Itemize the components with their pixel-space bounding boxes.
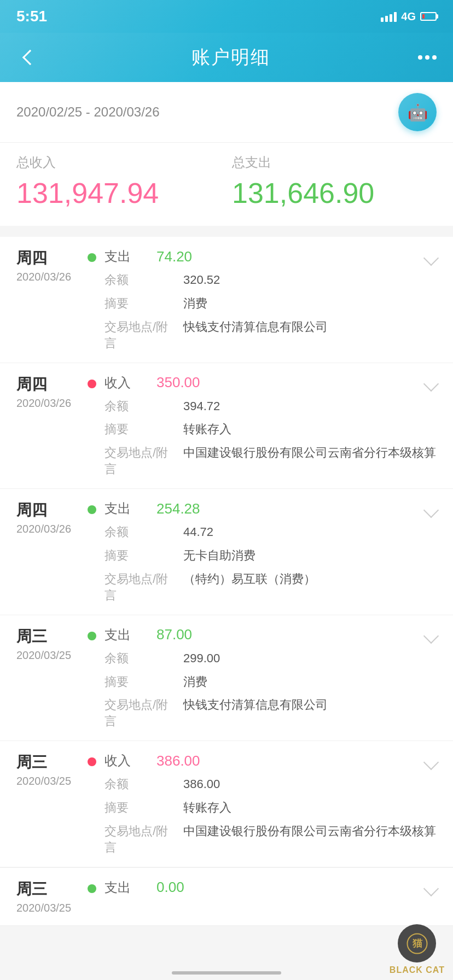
expand-chevron-icon[interactable] xyxy=(423,376,439,392)
status-icons: 4G xyxy=(381,10,437,23)
day-name: 周四 xyxy=(16,374,77,395)
balance-label: 余额 xyxy=(88,524,175,540)
balance-row: 余额 299.00 xyxy=(88,650,437,667)
transaction-amount: 254.28 xyxy=(156,500,200,517)
black-cat-logo: 猫 xyxy=(398,924,436,962)
summary-row: 摘要 转账存入 xyxy=(88,421,437,438)
transaction-dot-icon xyxy=(88,505,96,514)
location-row: 交易地点/附言 中国建设银行股份有限公司云南省分行本级核算 xyxy=(88,823,437,856)
location-value: 中国建设银行股份有限公司云南省分行本级核算 xyxy=(183,445,437,462)
summary-row: 摘要 消费 xyxy=(88,295,437,312)
summary-label: 摘要 xyxy=(88,295,175,312)
battery-icon xyxy=(420,12,437,21)
svg-text:猫: 猫 xyxy=(411,938,422,949)
income-summary: 总收入 131,947.94 xyxy=(16,154,221,209)
day-name: 周四 xyxy=(16,248,77,269)
expand-chevron-icon[interactable] xyxy=(423,250,439,265)
location-value: 快钱支付清算信息有限公司 xyxy=(183,319,437,336)
transaction-date-col: 周三 2020/03/25 xyxy=(16,626,77,730)
location-value: 快钱支付清算信息有限公司 xyxy=(183,697,437,714)
transaction-header-left: 支出 254.28 xyxy=(88,500,200,517)
location-label: 交易地点/附言 xyxy=(88,697,175,730)
transaction-amount: 350.00 xyxy=(156,374,200,391)
summary-value: 转账存入 xyxy=(183,421,437,438)
partial-transaction: 周三 2020/03/25 支出 0.00 xyxy=(0,867,453,926)
black-cat-watermark: 猫 BLACK CAT xyxy=(355,919,453,980)
summary-label: 摘要 xyxy=(88,547,175,564)
transaction-dot-green-icon xyxy=(88,884,96,893)
balance-value: 320.52 xyxy=(183,272,437,289)
transaction-details: 支出 254.28 余额 44.72 摘要 无卡自助消费 交易地点/附言 （特约… xyxy=(88,500,437,604)
expense-summary: 总支出 131,646.90 xyxy=(232,154,437,209)
transaction-header-left: 支出 0.00 xyxy=(88,879,184,896)
transaction-header-left: 支出 87.00 xyxy=(88,626,192,644)
location-row: 交易地点/附言 （特约）易互联（消费） xyxy=(88,571,437,604)
transaction-dot-icon xyxy=(88,757,96,766)
balance-value: 394.72 xyxy=(183,398,437,415)
day-name: 周三 xyxy=(16,879,77,900)
summary-section: 总收入 131,947.94 总支出 131,646.90 xyxy=(0,143,453,226)
transaction-dot-icon xyxy=(88,632,96,640)
home-indicator xyxy=(172,971,281,975)
income-amount: 131,947.94 xyxy=(16,177,221,209)
location-label: 交易地点/附言 xyxy=(88,571,175,604)
balance-value: 299.00 xyxy=(183,650,437,667)
transaction-header-row: 支出 0.00 xyxy=(88,879,437,896)
more-dot-icon xyxy=(432,55,437,60)
expand-chevron-icon[interactable] xyxy=(423,755,439,770)
signal-bars-icon xyxy=(381,11,397,22)
transactions-list: 周四 2020/03/26 支出 74.20 余额 320.52 摘要 消费 xyxy=(0,237,453,867)
summary-row: 摘要 消费 xyxy=(88,674,437,691)
robot-button[interactable]: 🤖 xyxy=(398,93,437,131)
transaction-type: 支出 xyxy=(104,879,148,896)
balance-label: 余额 xyxy=(88,650,175,667)
status-time: 5:51 xyxy=(16,8,47,25)
transaction-date: 2020/03/26 xyxy=(16,271,77,283)
location-label: 交易地点/附言 xyxy=(88,823,175,856)
date-range-bar: 2020/02/25 - 2020/03/26 🤖 xyxy=(0,82,453,143)
transaction-type: 支出 xyxy=(104,248,148,265)
transaction-amount: 74.20 xyxy=(156,248,192,265)
transaction-details: 收入 350.00 余额 394.72 摘要 转账存入 交易地点/附言 中国建设… xyxy=(88,374,437,478)
transaction-date: 2020/03/25 xyxy=(16,775,77,788)
header: 账户明细 xyxy=(0,33,453,82)
balance-label: 余额 xyxy=(88,776,175,792)
summary-value: 消费 xyxy=(183,295,437,312)
balance-value: 44.72 xyxy=(183,524,437,541)
transaction-header-row: 支出 254.28 xyxy=(88,500,437,517)
location-value: 中国建设银行股份有限公司云南省分行本级核算 xyxy=(183,823,437,840)
transaction-item: 周四 2020/03/26 支出 74.20 余额 320.52 摘要 消费 xyxy=(0,237,453,363)
expand-chevron-icon[interactable] xyxy=(423,503,439,518)
summary-label: 摘要 xyxy=(88,674,175,690)
robot-icon: 🤖 xyxy=(408,103,428,122)
more-button[interactable] xyxy=(418,55,437,60)
summary-value: 无卡自助消费 xyxy=(183,547,437,564)
transaction-date: 2020/03/25 xyxy=(16,649,77,662)
status-bar: 5:51 4G xyxy=(0,0,453,33)
balance-label: 余额 xyxy=(88,398,175,415)
transaction-date: 2020/03/25 xyxy=(16,902,77,914)
transaction-dot-icon xyxy=(88,253,96,262)
day-name: 周四 xyxy=(16,500,77,521)
back-button[interactable] xyxy=(16,44,44,71)
transaction-amount: 0.00 xyxy=(156,879,184,896)
expand-chevron-icon[interactable] xyxy=(423,628,439,644)
transaction-header-row: 支出 74.20 xyxy=(88,248,437,265)
summary-value: 消费 xyxy=(183,674,437,691)
black-cat-icon: 猫 xyxy=(405,931,429,956)
balance-row: 余额 386.00 xyxy=(88,776,437,793)
transaction-item: 周三 2020/03/25 支出 0.00 xyxy=(0,868,453,926)
location-row: 交易地点/附言 快钱支付清算信息有限公司 xyxy=(88,319,437,352)
more-dot-icon xyxy=(418,55,422,60)
black-cat-label: BLACK CAT xyxy=(390,965,445,975)
day-name: 周三 xyxy=(16,752,77,773)
expand-chevron-icon[interactable] xyxy=(423,881,439,896)
transaction-details: 支出 87.00 余额 299.00 摘要 消费 交易地点/附言 快钱支付清算信… xyxy=(88,626,437,730)
transaction-header-row: 支出 87.00 xyxy=(88,626,437,644)
location-value: （特约）易互联（消费） xyxy=(183,571,437,588)
summary-label: 摘要 xyxy=(88,800,175,816)
transaction-item: 周三 2020/03/25 收入 386.00 余额 386.00 摘要 转账存… xyxy=(0,741,453,867)
date-range-text: 2020/02/25 - 2020/03/26 xyxy=(16,104,160,120)
transaction-date: 2020/03/26 xyxy=(16,523,77,535)
transaction-item: 周三 2020/03/25 支出 87.00 余额 299.00 摘要 消费 xyxy=(0,615,453,742)
